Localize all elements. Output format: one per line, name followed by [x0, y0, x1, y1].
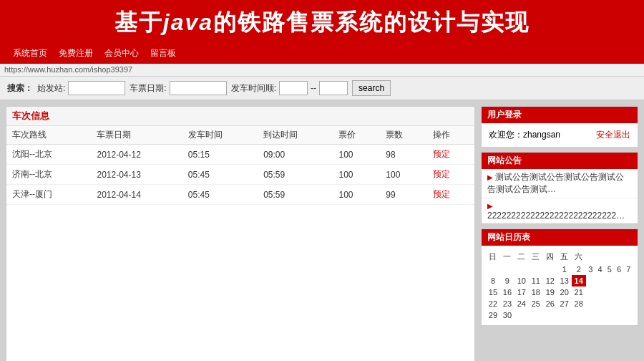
calendar-day[interactable]: 13	[557, 275, 572, 287]
calendar-weekday: 六	[572, 250, 586, 264]
cell-action: 预定	[427, 165, 474, 185]
calendar-day[interactable]: 28	[572, 298, 586, 309]
calendar-day	[514, 264, 529, 275]
url-text: https://www.huzhan.com/ishop39397	[4, 65, 132, 74]
cell-action: 预定	[427, 185, 474, 205]
calendar-day[interactable]: 5	[605, 264, 614, 275]
nav-home[interactable]: 系统首页	[7, 46, 53, 61]
col-action: 操作	[427, 126, 474, 145]
nav-register[interactable]: 免费注册	[53, 46, 99, 61]
title-suffix: 的铁路售票系统的设计与实现	[213, 9, 530, 35]
calendar-grid: 日一二三四五六123456789101112131415161718192021…	[486, 250, 633, 321]
calendar-day[interactable]: 7	[624, 264, 633, 275]
calendar-day[interactable]: 23	[500, 298, 514, 309]
calendar-day[interactable]: 14	[572, 275, 586, 287]
col-route: 车次路线	[6, 126, 91, 145]
col-tickets: 票数	[380, 126, 427, 145]
origin-label: 始发站:	[37, 82, 65, 95]
train-table: 车次路线 车票日期 发车时间 到达时间 票价 票数 操作 沈阳--北京2012-…	[6, 126, 474, 205]
cell-date: 2012-04-13	[91, 165, 182, 185]
login-section: 用户登录 欢迎您：zhangsan 安全退出	[481, 106, 638, 148]
calendar-weekday: 日	[486, 250, 500, 264]
col-arrive: 到达时间	[258, 126, 333, 145]
time-to-input[interactable]	[319, 81, 348, 95]
calendar-day	[543, 264, 557, 275]
train-info-panel: 车次信息 车次路线 车票日期 发车时间 到达时间 票价 票数 操作 沈阳--北京…	[6, 106, 475, 361]
calendar-day[interactable]: 29	[486, 309, 500, 321]
date-field-group: 车票日期:	[130, 81, 226, 95]
page-header: 基于java的铁路售票系统的设计与实现	[0, 0, 644, 44]
calendar-day[interactable]: 19	[543, 287, 557, 298]
cell-tickets: 99	[380, 185, 427, 205]
calendar-day[interactable]: 25	[529, 298, 543, 309]
book-link[interactable]: 预定	[433, 189, 450, 199]
calendar-day	[557, 309, 572, 321]
calendar-day[interactable]: 3	[586, 264, 595, 275]
calendar-day[interactable]: 30	[500, 309, 514, 321]
welcome-label: 欢迎您：	[489, 130, 523, 140]
notice-section-title: 网站公告	[482, 153, 638, 169]
calendar-day[interactable]: 9	[500, 275, 514, 287]
time-label: 发车时间顺:	[231, 82, 276, 95]
calendar-day[interactable]: 1	[557, 264, 572, 275]
calendar-day[interactable]: 4	[595, 264, 605, 275]
welcome-text: 欢迎您：zhangsan	[489, 129, 560, 141]
calendar-weekday: 五	[557, 250, 572, 264]
cell-date: 2012-04-14	[91, 185, 182, 205]
login-section-title: 用户登录	[482, 107, 638, 123]
origin-input[interactable]	[68, 81, 125, 95]
calendar-day[interactable]: 12	[543, 275, 557, 287]
col-date: 车票日期	[91, 126, 182, 145]
calendar-weekday: 一	[500, 250, 514, 264]
logout-link[interactable]: 安全退出	[596, 129, 630, 141]
time-separator: --	[311, 83, 316, 93]
cell-route: 沈阳--北京	[6, 145, 91, 165]
notice-item[interactable]: 测试公告测试公告测试公告测试公告测试公告测试…	[482, 169, 638, 198]
search-button[interactable]: search	[352, 80, 391, 96]
cell-arrive: 09:00	[258, 145, 333, 165]
calendar-day	[572, 309, 586, 321]
book-link[interactable]: 预定	[433, 169, 450, 179]
calendar-day[interactable]: 10	[514, 275, 529, 287]
calendar-day[interactable]: 15	[486, 287, 500, 298]
cell-depart: 05:45	[182, 185, 258, 205]
calendar-day[interactable]: 11	[529, 275, 543, 287]
calendar-day[interactable]: 24	[514, 298, 529, 309]
nav-guestbook[interactable]: 留言板	[145, 46, 182, 61]
cell-tickets: 100	[380, 165, 427, 185]
calendar-day[interactable]: 17	[514, 287, 529, 298]
cell-tickets: 98	[380, 145, 427, 165]
calendar-day[interactable]: 20	[557, 287, 572, 298]
calendar-day[interactable]: 8	[486, 275, 500, 287]
calendar-section: 网站日历表 日一二三四五六123456789101112131415161718…	[481, 228, 638, 326]
calendar-section-title: 网站日历表	[482, 229, 638, 246]
cell-action: 预定	[427, 145, 474, 165]
calendar-day[interactable]: 2	[572, 264, 586, 275]
cell-arrive: 05:59	[258, 165, 333, 185]
table-header-row: 车次路线 车票日期 发车时间 到达时间 票价 票数 操作	[6, 126, 474, 145]
search-label: 搜索：	[7, 82, 33, 95]
book-link[interactable]: 预定	[433, 149, 450, 159]
calendar-day	[500, 264, 514, 275]
calendar-day[interactable]: 27	[557, 298, 572, 309]
table-row: 天津--厦门2012-04-1405:4505:5910099预定	[6, 185, 474, 205]
right-panel: 用户登录 欢迎您：zhangsan 安全退出 网站公告 测试公告测试公告测试公告…	[481, 106, 638, 361]
table-row: 济南--北京2012-04-1305:4505:59100100预定	[6, 165, 474, 185]
calendar-day	[529, 264, 543, 275]
nav-member[interactable]: 会员中心	[99, 46, 145, 61]
title-java: java	[163, 9, 213, 35]
calendar-day	[529, 309, 543, 321]
cell-date: 2012-04-12	[91, 145, 182, 165]
calendar-body: 日一二三四五六123456789101112131415161718192021…	[482, 246, 638, 325]
calendar-day[interactable]: 21	[572, 287, 586, 298]
search-bar: 搜索： 始发站: 车票日期: 发车时间顺: -- search	[0, 77, 644, 100]
calendar-day[interactable]: 16	[500, 287, 514, 298]
calendar-day[interactable]: 26	[543, 298, 557, 309]
date-input[interactable]	[170, 81, 227, 95]
calendar-day[interactable]: 6	[614, 264, 623, 275]
calendar-day[interactable]: 22	[486, 298, 500, 309]
calendar-weekday: 四	[543, 250, 557, 264]
time-from-input[interactable]	[279, 81, 308, 95]
notice-item[interactable]: 222222222222222222222222222…	[482, 198, 638, 223]
calendar-day[interactable]: 18	[529, 287, 543, 298]
